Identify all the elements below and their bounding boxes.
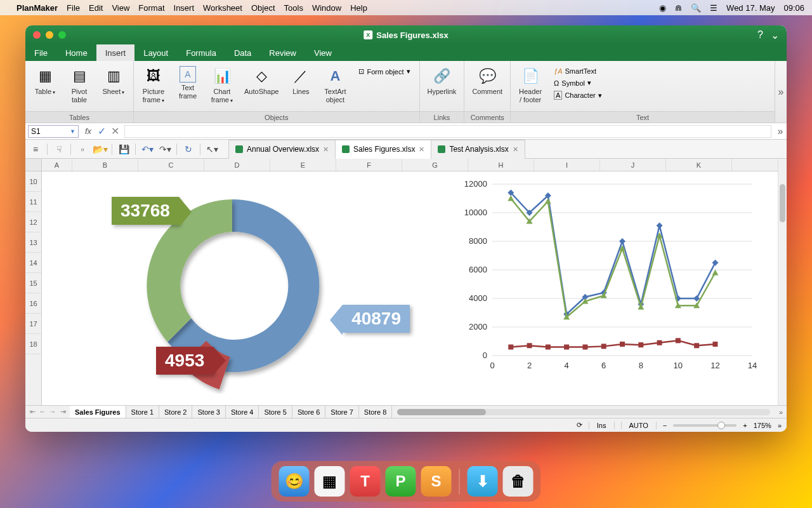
menu-worksheet[interactable]: Worksheet: [203, 3, 242, 13]
help-icon[interactable]: ?: [757, 29, 763, 41]
sheet-nav-next[interactable]: →: [48, 408, 57, 416]
row-header[interactable]: 16: [25, 293, 41, 314]
open-button[interactable]: 📂▾: [93, 142, 108, 157]
col-header[interactable]: D: [204, 159, 270, 171]
symbol-button[interactable]: ΩSymbol ▾: [551, 77, 605, 88]
menu-file[interactable]: File: [67, 3, 80, 13]
sheet-nav-first[interactable]: ⇤: [28, 408, 37, 416]
sheet-tab[interactable]: Store 3: [192, 406, 225, 418]
doc-tab-test[interactable]: Test Analysis.xlsx✕: [431, 140, 525, 159]
cancel-icon[interactable]: ✕: [108, 125, 122, 137]
dock-textmaker[interactable]: T: [350, 466, 381, 497]
row-header[interactable]: 12: [25, 212, 41, 232]
donut-chart[interactable]: 33768 40879 4953: [118, 178, 346, 394]
wifi-icon[interactable]: ⋒: [675, 3, 682, 13]
menu-object[interactable]: Object: [251, 3, 275, 13]
sheet-tab[interactable]: Store 6: [292, 406, 325, 418]
textart-button[interactable]: ATextArt object: [319, 64, 351, 107]
menu-date[interactable]: Wed 17. May: [726, 3, 775, 13]
ribbon-expand[interactable]: »: [775, 61, 787, 123]
col-header[interactable]: A: [42, 159, 72, 171]
window-close-button[interactable]: [33, 31, 41, 39]
menu-help[interactable]: Help: [350, 3, 367, 13]
picture-frame-button[interactable]: 🖼Picture frame: [138, 64, 169, 107]
spreadsheet-grid[interactable]: 10 11 12 13 14 15 16 17 18 A B C D E F G…: [25, 159, 787, 405]
tab-view[interactable]: View: [305, 44, 341, 61]
close-icon[interactable]: ✕: [419, 145, 424, 154]
tab-data[interactable]: Data: [225, 44, 260, 61]
insert-sheet-button[interactable]: ▥Sheet: [98, 64, 129, 99]
menu-time[interactable]: 09:06: [783, 3, 804, 13]
dock-launchpad[interactable]: ▦: [315, 466, 345, 497]
accept-icon[interactable]: ✓: [95, 125, 108, 137]
col-header[interactable]: I: [534, 159, 600, 171]
tab-review[interactable]: Review: [260, 44, 305, 61]
insert-table-button[interactable]: ▦Table: [29, 64, 61, 99]
col-header[interactable]: B: [72, 159, 138, 171]
calc-mode[interactable]: AUTO: [621, 422, 657, 429]
menu-edit[interactable]: Edit: [89, 3, 103, 13]
tab-formula[interactable]: Formula: [177, 44, 225, 61]
header-footer-button[interactable]: 📄Header / footer: [514, 64, 546, 107]
tab-layout[interactable]: Layout: [134, 44, 177, 61]
dock-downloads[interactable]: ⬇: [468, 466, 498, 497]
sheet-tab[interactable]: Store 8: [359, 406, 392, 418]
sync-icon[interactable]: ⟳: [577, 421, 582, 429]
status-expand[interactable]: »: [778, 422, 782, 429]
row-header[interactable]: 18: [25, 334, 41, 354]
menu-window[interactable]: Window: [312, 3, 341, 13]
col-header[interactable]: H: [468, 159, 534, 171]
sheet-tab[interactable]: Store 1: [126, 406, 159, 418]
row-header[interactable]: 13: [25, 232, 41, 253]
refresh-button[interactable]: ↻: [181, 142, 196, 157]
pointer-button[interactable]: ↖▾: [204, 142, 219, 157]
menu-view[interactable]: View: [112, 3, 129, 13]
window-minimize-button[interactable]: [46, 31, 53, 39]
tabs-expand[interactable]: »: [775, 408, 787, 416]
search-icon[interactable]: 🔍: [691, 3, 701, 13]
formula-expand[interactable]: »: [774, 126, 787, 137]
col-header[interactable]: K: [666, 159, 732, 171]
row-header[interactable]: 17: [25, 314, 41, 334]
zoom-slider[interactable]: [673, 424, 737, 427]
character-button[interactable]: ACharacter ▾: [551, 90, 605, 101]
dock-presentations[interactable]: S: [421, 466, 452, 497]
col-header[interactable]: J: [600, 159, 666, 171]
insert-mode[interactable]: Ins: [589, 422, 615, 429]
dock-trash[interactable]: 🗑: [503, 466, 534, 497]
dock-finder[interactable]: 😊: [279, 466, 310, 497]
autoshape-button[interactable]: ◇AutoShape: [240, 64, 282, 98]
app-name[interactable]: PlanMaker: [16, 3, 58, 13]
tab-home[interactable]: Home: [56, 44, 96, 61]
sheet-nav-prev[interactable]: ←: [38, 408, 47, 416]
sheet-tab[interactable]: Store 7: [325, 406, 358, 418]
row-header[interactable]: 15: [25, 273, 41, 293]
sheet-tab[interactable]: Store 4: [226, 406, 259, 418]
cell-reference-input[interactable]: S1▼: [28, 125, 79, 138]
align-button[interactable]: ≡: [28, 142, 43, 157]
touch-button[interactable]: ☟: [51, 142, 67, 157]
chart-frame-button[interactable]: 📊Chart frame: [206, 64, 238, 107]
sheet-nav-last[interactable]: ⇥: [58, 408, 67, 416]
row-header[interactable]: 10: [25, 171, 41, 192]
tab-insert[interactable]: Insert: [96, 44, 135, 61]
dock-planmaker[interactable]: P: [386, 466, 416, 497]
formula-input[interactable]: [124, 125, 771, 138]
menu-tools[interactable]: Tools: [284, 3, 303, 13]
redo-button[interactable]: ↷▾: [157, 142, 173, 157]
close-icon[interactable]: ✕: [513, 145, 518, 154]
new-button[interactable]: ▫: [75, 142, 90, 157]
vertical-scrollbar[interactable]: [778, 159, 787, 405]
collapse-ribbon-icon[interactable]: ⌄: [771, 29, 779, 41]
fx-button[interactable]: fx: [81, 126, 95, 136]
save-button[interactable]: 💾: [116, 142, 131, 157]
zoom-out-button[interactable]: −: [663, 422, 667, 429]
undo-button[interactable]: ↶▾: [140, 142, 155, 157]
window-maximize-button[interactable]: [58, 31, 66, 39]
col-header[interactable]: F: [336, 159, 402, 171]
insert-pivot-button[interactable]: ▤Pivot table: [63, 64, 95, 107]
sheet-tab[interactable]: Sales Figures: [70, 406, 126, 418]
row-header[interactable]: 14: [25, 253, 41, 273]
lines-button[interactable]: ／Lines: [285, 64, 317, 98]
horizontal-scrollbar[interactable]: [397, 409, 770, 415]
